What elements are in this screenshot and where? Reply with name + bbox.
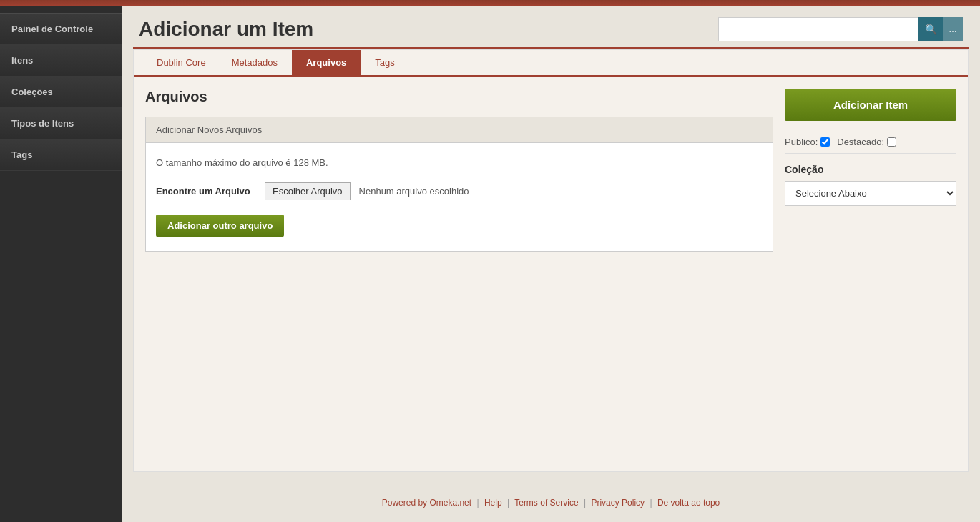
file-row: Encontre um Arquivo Escolher Arquivo Nen… <box>156 182 763 200</box>
no-file-text: Nenhum arquivo escolhido <box>359 186 469 197</box>
public-checkbox[interactable] <box>820 137 830 147</box>
content-wrapper: Dublin Core Metadados Arquivos Tags Arqu… <box>133 49 969 472</box>
section-title: Arquivos <box>145 89 773 105</box>
public-section: Publico: Destacado: <box>785 131 956 154</box>
footer-privacy[interactable]: Privacy Policy <box>591 498 645 508</box>
footer: Powered by Omeka.net | Help | Terms of S… <box>122 483 980 522</box>
sidebar-item-itens[interactable]: Itens <box>0 45 122 77</box>
tab-dublin-core[interactable]: Dublin Core <box>145 50 217 75</box>
footer-terms[interactable]: Terms of Service <box>514 498 578 508</box>
file-size-info: O tamanho máximo do arquivo é 128 MB. <box>156 157 763 168</box>
colecao-label: Coleção <box>785 164 956 175</box>
tabs: Dublin Core Metadados Arquivos Tags <box>134 50 968 77</box>
main-content: Adicionar um Item 🔍 … Dublin Core Metada… <box>122 6 980 522</box>
tab-metadados[interactable]: Metadados <box>220 50 289 75</box>
add-item-button[interactable]: Adicionar Item <box>785 89 956 121</box>
footer-back-to-top[interactable]: De volta ao topo <box>657 498 720 508</box>
sidebar-item-tags[interactable]: Tags <box>0 139 122 171</box>
search-icon: 🔍 <box>925 24 937 35</box>
sidebar: Painel de Controle Itens Coleções Tipos … <box>0 6 122 522</box>
search-button[interactable]: 🔍 <box>918 17 943 41</box>
file-upload-body: O tamanho máximo do arquivo é 128 MB. En… <box>146 143 773 251</box>
top-bar <box>0 0 980 6</box>
file-upload-box: Adicionar Novos Arquivos O tamanho máxim… <box>145 117 773 252</box>
footer-help[interactable]: Help <box>484 498 502 508</box>
sidebar-item-colecoes[interactable]: Coleções <box>0 77 122 108</box>
destacado-checkbox[interactable] <box>887 137 896 147</box>
search-input[interactable] <box>718 17 918 41</box>
content-left: Arquivos Adicionar Novos Arquivos O tama… <box>145 89 773 252</box>
footer-powered[interactable]: Powered by Omeka.net <box>382 498 471 508</box>
search-bar: 🔍 … <box>718 17 963 41</box>
file-label: Encontre um Arquivo <box>156 186 256 197</box>
more-icon: … <box>949 24 957 34</box>
colecao-select[interactable]: Selecione Abaixo <box>785 181 956 206</box>
page-title: Adicionar um Item <box>139 18 313 41</box>
search-more-button[interactable]: … <box>943 17 963 41</box>
sidebar-item-painel[interactable]: Painel de Controle <box>0 13 122 45</box>
content-right: Adicionar Item Publico: Destacado: Coleç… <box>785 89 956 252</box>
content-body: Arquivos Adicionar Novos Arquivos O tama… <box>134 77 968 263</box>
destacado-label: Destacado: <box>837 137 896 147</box>
tab-tags[interactable]: Tags <box>363 50 406 75</box>
sidebar-item-tipos[interactable]: Tipos de Itens <box>0 108 122 139</box>
add-another-file-button[interactable]: Adicionar outro arquivo <box>156 215 284 237</box>
choose-file-button[interactable]: Escolher Arquivo <box>265 182 351 200</box>
tab-arquivos[interactable]: Arquivos <box>292 50 361 75</box>
file-upload-header: Adicionar Novos Arquivos <box>146 117 773 143</box>
public-label: Publico: <box>785 137 830 147</box>
page-header: Adicionar um Item 🔍 … <box>122 6 980 47</box>
